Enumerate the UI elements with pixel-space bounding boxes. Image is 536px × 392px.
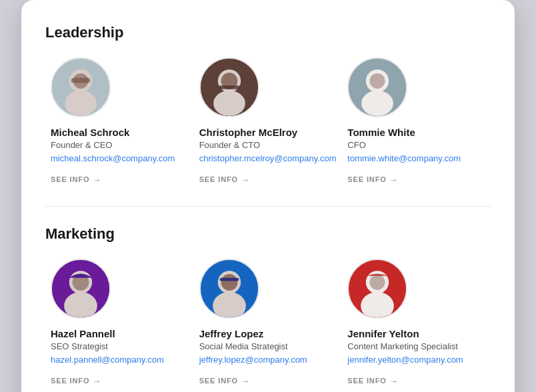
- see-info-arrow-hazel-pannell: →: [92, 376, 101, 386]
- see-info-label-hazel-pannell: SEE INFO: [51, 377, 89, 385]
- avatar-micheal-schrock: [51, 57, 111, 117]
- person-email-christopher-mcelroy[interactable]: christopher.mcelroy@company.com: [199, 153, 337, 163]
- person-name-tommie-white: Tommie White: [347, 127, 485, 138]
- person-name-jennifer-yelton: Jennifer Yelton: [347, 328, 485, 339]
- section-leadership: Leadership Micheal SchrockFounder & CEOm…: [45, 24, 491, 201]
- person-card-jennifer-yelton: Jennifer YeltonContent Marketing Special…: [342, 259, 491, 392]
- section-divider: [45, 206, 491, 207]
- person-email-tommie-white[interactable]: tommie.white@company.com: [347, 153, 485, 163]
- see-info-label-jennifer-yelton: SEE INFO: [347, 377, 386, 385]
- svg-point-21: [221, 274, 237, 291]
- section-title-leadership: Leadership: [45, 24, 491, 41]
- avatar-tommie-white: [347, 57, 407, 117]
- people-grid-leadership: Micheal SchrockFounder & CEOmicheal.schr…: [45, 57, 491, 201]
- person-name-micheal-schrock: Micheal Schrock: [51, 127, 189, 138]
- person-role-jeffrey-lopez: Social Media Strategist: [199, 341, 337, 351]
- person-card-hazel-pannell: Hazel PannellSEO Strategisthazel.pannell…: [45, 259, 194, 392]
- see-info-label-micheal-schrock: SEE INFO: [51, 175, 89, 183]
- avatar-jennifer-yelton: [347, 259, 407, 319]
- person-name-hazel-pannell: Hazel Pannell: [51, 328, 189, 339]
- person-card-christopher-mcelroy: Christopher McElroyFounder & CTOchristop…: [194, 57, 343, 201]
- svg-point-13: [370, 73, 385, 89]
- see-info-label-tommie-white: SEE INFO: [347, 175, 386, 183]
- see-info-arrow-micheal-schrock: →: [92, 175, 101, 185]
- svg-point-26: [370, 275, 385, 290]
- person-name-christopher-mcelroy: Christopher McElroy: [199, 127, 337, 138]
- person-role-jennifer-yelton: Content Marketing Specialist: [347, 341, 485, 351]
- person-name-jeffrey-lopez: Jeffrey Lopez: [199, 328, 337, 339]
- see-info-hazel-pannell[interactable]: SEE INFO→: [51, 376, 101, 386]
- see-info-christopher-mcelroy[interactable]: SEE INFO→: [199, 175, 250, 185]
- svg-rect-4: [71, 78, 91, 83]
- see-info-label-christopher-mcelroy: SEE INFO: [199, 175, 238, 183]
- person-role-christopher-mcelroy: Founder & CTO: [199, 140, 337, 150]
- person-card-jeffrey-lopez: Jeffrey LopezSocial Media Strategistjeff…: [194, 259, 343, 392]
- avatar-christopher-mcelroy: [199, 57, 259, 117]
- see-info-micheal-schrock[interactable]: SEE INFO→: [51, 175, 101, 185]
- people-grid-marketing: Hazel PannellSEO Strategisthazel.pannell…: [45, 259, 491, 392]
- svg-rect-22: [219, 278, 239, 281]
- svg-point-2: [65, 91, 97, 116]
- person-email-jeffrey-lopez[interactable]: jeffrey.lopez@company.com: [199, 355, 337, 365]
- main-card: Leadership Micheal SchrockFounder & CEOm…: [21, 0, 515, 392]
- svg-rect-9: [218, 85, 239, 89]
- svg-point-7: [213, 91, 245, 116]
- section-title-marketing: Marketing: [45, 225, 491, 243]
- see-info-jennifer-yelton[interactable]: SEE INFO→: [347, 376, 398, 386]
- see-info-arrow-tommie-white: →: [389, 175, 399, 185]
- see-info-arrow-jeffrey-lopez: →: [241, 376, 250, 386]
- see-info-arrow-christopher-mcelroy: →: [241, 175, 250, 185]
- section-marketing: Marketing Hazel PannellSEO Strategisthaz…: [45, 206, 491, 392]
- see-info-arrow-jennifer-yelton: →: [389, 376, 399, 386]
- see-info-tommie-white[interactable]: SEE INFO→: [347, 175, 398, 185]
- see-info-label-jeffrey-lopez: SEE INFO: [199, 377, 238, 385]
- person-email-hazel-pannell[interactable]: hazel.pannell@company.com: [51, 355, 189, 365]
- person-card-tommie-white: Tommie WhiteCFOtommie.white@company.comS…: [342, 57, 491, 201]
- see-info-jeffrey-lopez[interactable]: SEE INFO→: [199, 376, 250, 386]
- avatar-hazel-pannell: [51, 259, 111, 319]
- person-role-hazel-pannell: SEO Strategist: [51, 341, 189, 351]
- person-role-tommie-white: CFO: [347, 140, 485, 150]
- person-role-micheal-schrock: Founder & CEO: [51, 140, 189, 150]
- person-email-jennifer-yelton[interactable]: jennifer.yelton@company.com: [347, 355, 485, 365]
- avatar-jeffrey-lopez: [199, 259, 259, 319]
- person-email-micheal-schrock[interactable]: micheal.schrock@company.com: [51, 153, 189, 163]
- svg-point-12: [361, 91, 393, 116]
- person-card-micheal-schrock: Micheal SchrockFounder & CEOmicheal.schr…: [45, 57, 194, 201]
